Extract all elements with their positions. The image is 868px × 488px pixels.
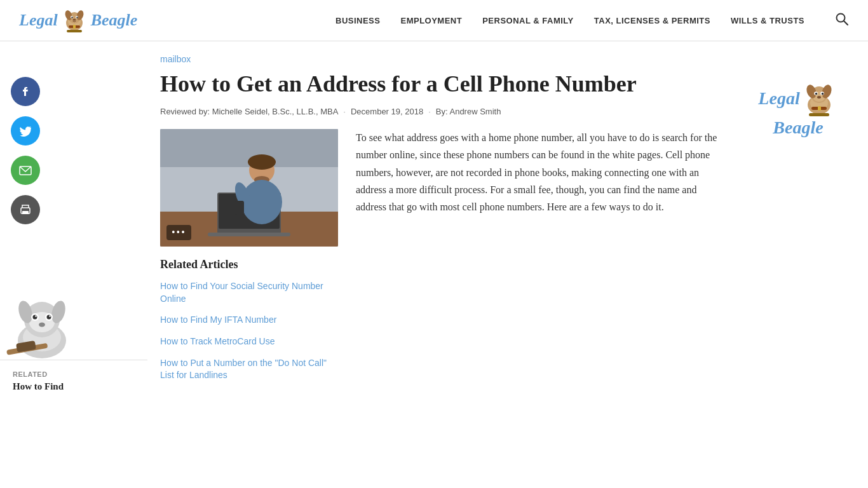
svg-point-8 <box>76 17 78 18</box>
logo-text-right: Beagle <box>91 11 138 30</box>
nav-tax[interactable]: TAX, LICENSES & PERMITS <box>594 16 710 25</box>
nav-personal-family[interactable]: PERSONAL & FAMILY <box>482 16 574 25</box>
sidebar-logo-text-right: Beagle <box>773 118 823 138</box>
email-share-button[interactable] <box>11 156 40 185</box>
article-area: mailbox How to Get an Address for a Cell… <box>147 41 741 406</box>
svg-rect-45 <box>235 201 244 215</box>
related-link-0[interactable]: How to Find Your Social Security Number … <box>160 280 338 305</box>
right-sidebar: Legal <box>741 41 868 406</box>
search-icon[interactable] <box>835 12 849 29</box>
print-button[interactable] <box>11 195 40 224</box>
site-logo[interactable]: Legal <box>19 6 137 34</box>
svg-point-41 <box>248 154 276 170</box>
main-nav: BUSINESS EMPLOYMENT PERSONAL & FAMILY TA… <box>336 12 849 29</box>
svg-point-28 <box>47 315 51 320</box>
article-content-row: ••• Related Articles How to Find Your So… <box>160 129 722 391</box>
nav-employment[interactable]: EMPLOYMENT <box>400 16 462 25</box>
meta-dot-2: · <box>428 107 431 116</box>
article-meta: Reviewed by: Michelle Seidel, B.Sc., LL.… <box>160 107 722 116</box>
article-body-text: To see what address goes with a home pho… <box>356 129 722 391</box>
site-header: Legal <box>0 0 868 41</box>
meta-date: December 19, 2018 <box>351 107 423 116</box>
sidebar-logo-dog-icon <box>800 79 838 118</box>
svg-rect-11 <box>73 25 76 29</box>
facebook-share-button[interactable] <box>11 77 40 106</box>
svg-rect-17 <box>22 211 29 214</box>
dog-mascot-icon <box>0 287 84 360</box>
svg-rect-12 <box>67 30 82 32</box>
related-link-1[interactable]: How to Find My IFTA Number <box>160 314 338 327</box>
meta-dot-1: · <box>343 107 346 116</box>
nav-business[interactable]: BUSINESS <box>336 16 380 25</box>
svg-point-30 <box>49 316 50 317</box>
svg-point-56 <box>817 96 821 98</box>
nav-wills[interactable]: WILLS & TRUSTS <box>731 16 804 25</box>
svg-rect-39 <box>208 233 290 236</box>
left-column: RELATED How to Find <box>0 41 147 406</box>
article-image-column: ••• Related Articles How to Find Your So… <box>160 129 338 391</box>
svg-point-18 <box>28 209 29 210</box>
social-sidebar <box>0 67 51 234</box>
svg-rect-59 <box>809 113 829 116</box>
sidebar-logo-text-left: Legal <box>758 88 799 109</box>
breadcrumb[interactable]: mailbox <box>160 54 722 64</box>
article-title: How to Get an Address for a Cell Phone N… <box>160 71 722 98</box>
logo-dog-icon <box>60 6 88 34</box>
article-image: ••• <box>160 129 338 247</box>
related-articles: Related Articles How to Find Your Social… <box>160 258 338 382</box>
bottom-related-label: RELATED <box>6 365 141 381</box>
logo-text-left: Legal <box>19 11 58 30</box>
sidebar-logo: Legal <box>741 79 855 138</box>
dog-mascot-wrapper <box>0 287 147 360</box>
image-dots-button[interactable]: ••• <box>166 225 191 240</box>
svg-point-7 <box>71 17 72 18</box>
related-link-3[interactable]: How to Put a Number on the "Do Not Call"… <box>160 357 338 382</box>
svg-point-29 <box>35 316 36 317</box>
related-link-2[interactable]: How to Track MetroCard Use <box>160 336 338 348</box>
svg-point-9 <box>72 19 76 21</box>
svg-point-31 <box>39 323 45 327</box>
twitter-share-button[interactable] <box>11 116 40 146</box>
bottom-related-section: RELATED How to Find <box>0 287 147 406</box>
svg-rect-58 <box>818 106 821 111</box>
bottom-related-text[interactable]: How to Find <box>6 381 141 400</box>
svg-line-14 <box>844 21 848 25</box>
bottom-related-card: RELATED How to Find <box>0 360 147 406</box>
svg-point-54 <box>815 93 817 95</box>
meta-author: By: Andrew Smith <box>436 107 501 116</box>
page-body: RELATED How to Find mailbox How to Get a… <box>0 41 868 406</box>
meta-reviewed: Reviewed by: Michelle Seidel, B.Sc., LL.… <box>160 107 338 116</box>
related-articles-title: Related Articles <box>160 258 338 271</box>
svg-point-27 <box>33 315 37 320</box>
svg-point-55 <box>821 93 823 95</box>
